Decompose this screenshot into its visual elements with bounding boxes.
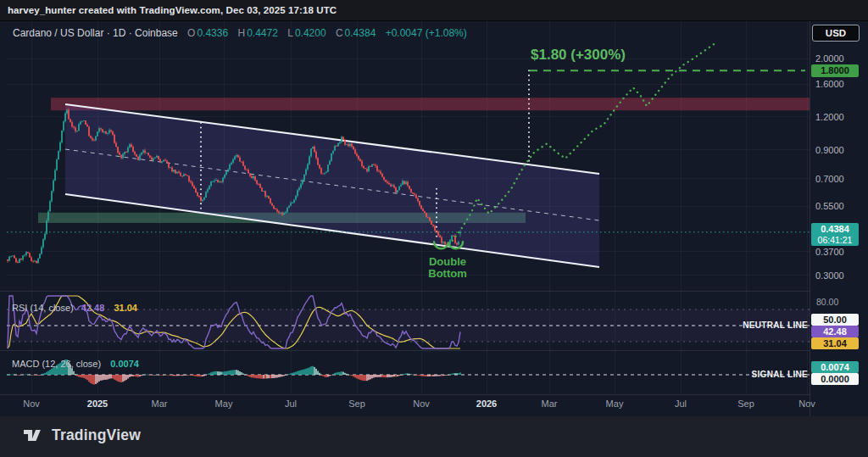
price-axis-label: 0.3700 <box>815 247 844 257</box>
price-axis-label: 1.2000 <box>815 112 844 122</box>
time-axis-label: Nov <box>413 398 430 409</box>
open-value: 0.4336 <box>197 27 228 39</box>
time-axis-label: 2025 <box>87 398 108 409</box>
bar-countdown: 06:41:21 <box>811 235 859 246</box>
close-value: 0.4384 <box>345 27 376 39</box>
time-axis-label: Nov <box>798 398 815 409</box>
rsi-value: 42.48 <box>81 303 105 313</box>
price-axis-label: 0.9000 <box>815 145 844 155</box>
tradingview-logo-link[interactable]: TradingView <box>24 426 141 444</box>
price-axis-label: 0.7000 <box>815 174 844 184</box>
attribution-bar: harvey_hunter created with TradingView.c… <box>0 0 868 21</box>
time-axis-label: Sep <box>737 398 754 409</box>
price-axis-label: 2.0000 <box>815 53 844 64</box>
low-label: L <box>287 27 293 39</box>
price-axis-label: 1.6000 <box>815 79 844 89</box>
low-value: 0.4200 <box>295 27 326 39</box>
symbol-legend: Cardano / US Dollar · 1D · Coinbase O0.4… <box>13 27 469 39</box>
neutral-line-label: NEUTRAL LINE <box>743 320 808 330</box>
rsi-axis-label: 80.00 <box>816 297 838 307</box>
time-axis-label: May <box>606 398 624 409</box>
time-axis-label: Jul <box>285 398 297 409</box>
footer-bar: TradingView <box>0 416 868 457</box>
macd-title: MACD (12, 26, close) <box>12 359 101 369</box>
currency-toggle-button[interactable]: USD <box>812 25 860 42</box>
macd-pane-legend: MACD (12, 26, close) 0.0074 <box>12 359 139 369</box>
open-label: O <box>187 27 195 39</box>
current-price-value: 0.4384 <box>811 224 859 235</box>
macd-value: 0.0074 <box>110 359 139 369</box>
time-axis-label: May <box>215 398 233 409</box>
attribution-text: harvey_hunter created with TradingView.c… <box>8 5 337 15</box>
tradingview-wordmark: TradingView <box>52 426 141 444</box>
rsi-ma-badge: 31.04 <box>811 337 859 349</box>
rsi-pane-legend: RSI (14, close) 42.48 31.04 <box>12 303 137 313</box>
time-axis-label: Jul <box>675 398 687 409</box>
current-price-badge: 0.4384 06:41:21 <box>811 223 859 246</box>
double-bottom-label: Double Bottom <box>424 256 471 280</box>
rsi-title: RSI (14, close) <box>12 303 74 313</box>
close-label: C <box>336 27 343 39</box>
tradingview-snapshot: harvey_hunter created with TradingView.c… <box>0 0 868 457</box>
time-axis-label: 2026 <box>476 398 497 409</box>
target-price-badge: 1.8000 <box>811 64 859 77</box>
rsi-ma-value: 31.04 <box>114 303 137 313</box>
rsi-neutral-badge: 50.00 <box>811 314 859 326</box>
tradingview-logo-icon <box>24 427 46 443</box>
macd-value-badge: 0.0074 <box>811 361 859 373</box>
target-annotation: $1.80 (+300%) <box>531 47 626 64</box>
rsi-value-badge: 42.48 <box>811 326 859 337</box>
time-axis-label: Mar <box>542 398 558 409</box>
macd-zero-badge: 0.0000 <box>811 373 859 385</box>
symbol-title: Cardano / US Dollar · 1D · Coinbase <box>13 27 178 39</box>
high-label: H <box>237 27 245 39</box>
time-axis-label: Sep <box>348 398 365 409</box>
price-axis-label: 0.3000 <box>815 270 844 281</box>
time-axis-label: Mar <box>152 398 168 409</box>
price-axis-label: 0.5500 <box>815 201 844 211</box>
price-chart-canvas[interactable] <box>0 21 868 416</box>
chart-area[interactable]: Cardano / US Dollar · 1D · Coinbase O0.4… <box>0 21 868 416</box>
time-axis-label: Nov <box>23 398 40 409</box>
signal-line-label: SIGNAL LINE <box>752 370 808 379</box>
high-value: 0.4472 <box>247 27 278 39</box>
change-value: +0.0047 (+1.08%) <box>386 27 467 39</box>
